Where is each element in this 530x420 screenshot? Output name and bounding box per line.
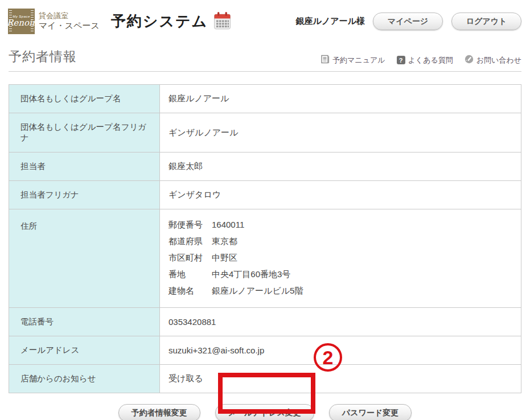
table-row-group-name: 団体名もしくはグループ名 銀座ルノアール bbox=[9, 85, 521, 113]
contact-label: お問い合わせ bbox=[476, 55, 521, 65]
row-label: メールアドレス bbox=[9, 336, 160, 365]
contact-link[interactable]: お問い合わせ bbox=[465, 55, 521, 65]
row-label: 担当者フリガナ bbox=[9, 181, 160, 209]
header: My Space Renoir 貸会議室 マイ・スペース 予約システム 銀座ルノ… bbox=[0, 0, 530, 35]
page-title-row: 予約者情報 予約マニュアル ? よくある質問 bbox=[9, 48, 521, 65]
row-label: 団体名もしくはグループ名フリガナ bbox=[9, 113, 160, 153]
reservation-manual-link[interactable]: 予約マニュアル bbox=[321, 55, 385, 65]
row-label: 団体名もしくはグループ名 bbox=[9, 85, 160, 113]
brand-logo[interactable]: My Space Renoir 貸会議室 マイ・スペース bbox=[8, 9, 100, 34]
reservation-manual-label: 予約マニュアル bbox=[332, 55, 385, 65]
renoir-logo-icon: My Space Renoir bbox=[8, 9, 35, 34]
address-building-line: 建物名 銀座ルノアールビル5階 bbox=[169, 282, 515, 299]
address-city-line: 市区町村 中野区 bbox=[169, 249, 515, 266]
table-row-group-name-kana: 団体名もしくはグループ名フリガナ ギンザルノアール bbox=[9, 113, 521, 153]
row-label: 店舗からのお知らせ bbox=[9, 365, 160, 393]
table-row-address: 住所 郵便番号 1640011 都道府県 東京都 市区町村 中野区 番地 中央4… bbox=[9, 209, 521, 308]
address-value-block: 郵便番号 1640011 都道府県 東京都 市区町村 中野区 番地 中央4丁目6… bbox=[160, 209, 521, 308]
row-value: ギンザルノアール bbox=[160, 113, 521, 153]
pencil-circle-icon bbox=[465, 55, 474, 65]
title-divider bbox=[9, 71, 521, 72]
page-title: 予約者情報 bbox=[9, 48, 77, 65]
address-street-line: 番地 中央4丁目60番地3号 bbox=[169, 266, 515, 282]
row-label: 担当者 bbox=[9, 153, 160, 181]
question-mark-icon: ? bbox=[397, 56, 405, 64]
faq-link[interactable]: ? よくある質問 bbox=[397, 55, 453, 65]
manual-document-icon bbox=[321, 55, 330, 65]
change-email-button[interactable]: メールアドレス変更 bbox=[215, 404, 314, 420]
table-row-email: メールアドレス suzuki+321@ai-soft.co.jp bbox=[9, 336, 521, 365]
app-title: 予約システム bbox=[111, 11, 208, 31]
footer-actions: 予約者情報変更 メールアドレス変更 パスワード変更 bbox=[0, 404, 530, 420]
calendar-icon bbox=[213, 11, 231, 32]
row-value: 銀座ルノアール bbox=[160, 85, 521, 113]
change-password-button[interactable]: パスワード変更 bbox=[329, 404, 412, 420]
logo-subtitle: 貸会議室 bbox=[39, 11, 100, 20]
reservation-holder-info-table: 団体名もしくはグループ名 銀座ルノアール 団体名もしくはグループ名フリガナ ギン… bbox=[9, 84, 521, 393]
row-value: suzuki+321@ai-soft.co.jp bbox=[160, 336, 521, 365]
row-value: 0353420881 bbox=[160, 308, 521, 336]
row-label: 住所 bbox=[9, 209, 160, 308]
table-row-person-in-charge-kana: 担当者フリガナ ギンザタロウ bbox=[9, 181, 521, 209]
table-row-phone: 電話番号 0353420881 bbox=[9, 308, 521, 336]
row-value: ギンザタロウ bbox=[160, 181, 521, 209]
row-value: 銀座太郎 bbox=[160, 153, 521, 181]
mypage-button[interactable]: マイページ bbox=[373, 13, 443, 30]
logged-in-user-name: 銀座ルノアール様 bbox=[296, 16, 365, 27]
row-value: 受け取る bbox=[160, 365, 521, 393]
table-row-person-in-charge: 担当者 銀座太郎 bbox=[9, 153, 521, 181]
logout-button[interactable]: ログアウト bbox=[451, 13, 521, 30]
row-label: 電話番号 bbox=[9, 308, 160, 336]
logo-title: マイ・スペース bbox=[39, 20, 100, 31]
faq-label: よくある質問 bbox=[408, 55, 453, 65]
address-prefecture-line: 都道府県 東京都 bbox=[169, 233, 515, 249]
table-row-shop-notice: 店舗からのお知らせ 受け取る bbox=[9, 365, 521, 393]
change-reservation-info-button[interactable]: 予約者情報変更 bbox=[118, 404, 200, 420]
logo-renoir-text: Renoir bbox=[8, 18, 35, 27]
address-postal-line: 郵便番号 1640011 bbox=[169, 216, 515, 233]
